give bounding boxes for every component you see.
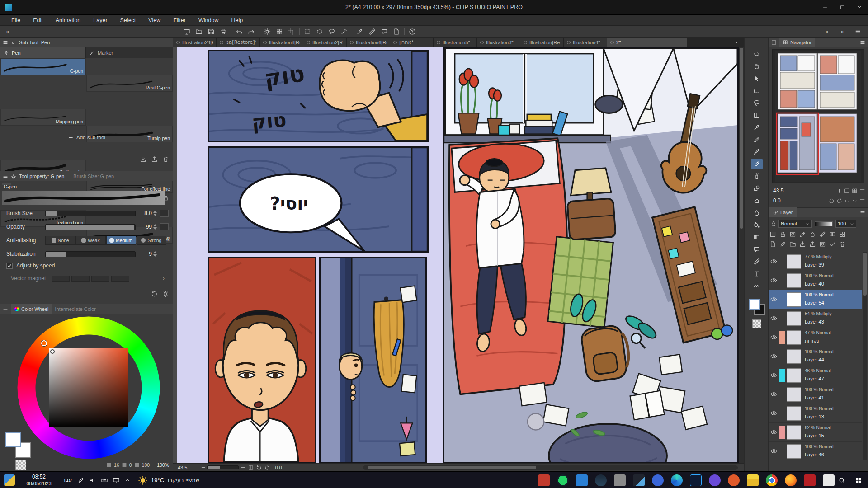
eraser-tool[interactable] xyxy=(751,195,763,206)
fill-tool[interactable] xyxy=(751,220,763,230)
doc-tab-8[interactable]: Illustration3* xyxy=(477,38,520,47)
opacity-value[interactable]: 99 xyxy=(136,224,152,230)
panel-menu-icon[interactable] xyxy=(860,210,865,216)
layer-tab[interactable]: Layer xyxy=(769,207,797,217)
brush-size-tab[interactable]: Brush Size: G-pen xyxy=(73,174,114,179)
menu-edit[interactable]: Edit xyxy=(27,17,49,23)
import-subtool-icon[interactable] xyxy=(140,156,146,163)
tray-volume-icon[interactable] xyxy=(89,477,96,484)
collapse-left-icon[interactable]: « xyxy=(2,27,14,37)
minimize-button[interactable] xyxy=(816,0,834,15)
stabilization-spinner[interactable] xyxy=(153,251,157,257)
nav-rotate-ccw-icon[interactable] xyxy=(829,198,835,204)
weather-widget[interactable]: 19°C שמשיי בעיקרו xyxy=(138,472,199,488)
text-tool[interactable] xyxy=(751,268,763,279)
aa-medium-button[interactable]: Medium xyxy=(106,236,136,245)
crop-icon[interactable] xyxy=(286,27,297,37)
reset-tool-icon[interactable] xyxy=(151,291,158,297)
marker-tool[interactable] xyxy=(751,146,763,157)
lock-transparent-icon[interactable] xyxy=(789,231,796,238)
brush-real-g-pen[interactable]: Real G-pen xyxy=(86,75,173,92)
clip-to-layer-icon[interactable] xyxy=(769,231,776,238)
blend-tool[interactable] xyxy=(751,207,763,218)
taskbar-app-krita[interactable] xyxy=(633,474,645,486)
dock-icon[interactable] xyxy=(771,40,777,45)
eyedropper-icon[interactable] xyxy=(354,27,366,37)
nav-reset-icon[interactable] xyxy=(844,198,850,204)
ellipse-select-icon[interactable] xyxy=(314,27,326,37)
export-subtool-icon[interactable] xyxy=(151,156,158,163)
clock[interactable]: 08:52 08/05/2023 xyxy=(20,474,58,487)
language-indicator[interactable]: עבר xyxy=(62,477,72,483)
enable-mask-icon[interactable] xyxy=(809,231,816,238)
lock-icon[interactable] xyxy=(160,193,172,203)
taskbar-app-acrobat[interactable] xyxy=(804,474,816,486)
fit-screen-icon[interactable] xyxy=(247,464,255,471)
new-layer-icon[interactable] xyxy=(769,241,776,248)
settings-icon[interactable] xyxy=(261,27,273,37)
adjust-by-speed-checkbox[interactable] xyxy=(6,263,13,269)
layer-row[interactable]: 100 % Normal Layer 40 xyxy=(769,271,862,290)
navigator-zoom-value[interactable]: 43.5 xyxy=(773,188,783,194)
taskbar-app-player[interactable] xyxy=(652,474,664,486)
layer-thumbnail[interactable] xyxy=(787,311,801,326)
vector-magnet-expand[interactable]: › xyxy=(163,275,165,282)
lock-layer-icon[interactable] xyxy=(779,231,786,238)
close-button[interactable] xyxy=(851,0,868,15)
move-tool[interactable] xyxy=(751,61,763,72)
airbrush-tool[interactable] xyxy=(751,171,763,182)
tray-pen-icon[interactable] xyxy=(78,477,85,483)
taskbar-app-explorer[interactable] xyxy=(747,474,759,486)
layer-row[interactable]: 100 % Normal Layer 41 xyxy=(769,385,862,404)
navigator-rotation-value[interactable]: 0.0 xyxy=(773,197,781,204)
new-folder-icon[interactable] xyxy=(789,241,796,248)
eyedropper-tool[interactable] xyxy=(751,122,763,133)
doc-tab-3[interactable]: Illustration8[Re xyxy=(260,38,303,47)
delete-layer-icon[interactable] xyxy=(839,241,846,248)
canvas-hscroll-thumb[interactable] xyxy=(368,466,536,469)
layer-thumbnail[interactable] xyxy=(787,425,801,440)
layer-list-scrollbar[interactable] xyxy=(863,252,867,460)
layer-thumbnail[interactable] xyxy=(787,330,801,345)
eye-icon[interactable] xyxy=(770,296,777,304)
intermediate-color-tab[interactable]: Intermediate Color xyxy=(55,306,96,312)
aa-weak-button[interactable]: Weak xyxy=(75,236,105,245)
menu-layer[interactable]: Layer xyxy=(87,17,113,23)
layer-row[interactable]: 47 % Normal נקודות xyxy=(769,328,862,347)
eye-icon[interactable] xyxy=(770,391,777,399)
maximize-button[interactable] xyxy=(834,0,851,15)
auto-select-icon[interactable] xyxy=(338,27,350,37)
layer-thumbnail[interactable] xyxy=(787,292,801,307)
layer-thumbnail[interactable] xyxy=(787,254,801,269)
menu-file[interactable]: File xyxy=(5,17,26,23)
menu-animation[interactable]: Animation xyxy=(50,17,87,23)
tab-list-chevron-icon[interactable] xyxy=(731,38,743,47)
apply-mask-icon[interactable] xyxy=(829,241,836,248)
nav-rotate-cw-icon[interactable] xyxy=(836,198,842,204)
doc-tab-5[interactable]: Illustration6[Re xyxy=(347,38,390,47)
tray-display-icon[interactable] xyxy=(113,477,120,484)
sub-tool-tab-marker[interactable]: Marker xyxy=(86,47,173,58)
two-pane-icon[interactable] xyxy=(839,231,846,238)
comic-page[interactable]: טוק טוק ?יוסי xyxy=(177,47,739,463)
zoom-out-icon[interactable] xyxy=(199,464,207,471)
save-icon[interactable] xyxy=(205,27,217,37)
operation-tool[interactable] xyxy=(751,73,763,84)
stabilization-slider[interactable] xyxy=(45,251,136,257)
eye-icon[interactable] xyxy=(770,353,777,361)
line-correction-tool[interactable] xyxy=(751,281,763,291)
transparent-swatch[interactable] xyxy=(752,319,761,328)
zoom-in-icon[interactable] xyxy=(239,464,247,471)
vector-magnet-slot[interactable] xyxy=(111,276,129,282)
layer-row[interactable]: 54 % Multiply Layer 43 xyxy=(769,309,862,328)
taskbar-app-whatsapp[interactable] xyxy=(557,474,569,486)
taskbar-app-photoshop[interactable] xyxy=(690,474,702,486)
layer-row[interactable]: 62 % Normal Layer 15 xyxy=(769,423,862,442)
taskbar-app-gimp[interactable] xyxy=(614,474,626,486)
brush-size-dynamics-button[interactable] xyxy=(160,210,169,217)
dock-menu-icon[interactable] xyxy=(852,27,863,37)
eye-icon[interactable] xyxy=(770,334,777,342)
brush-g-pen[interactable]: G-pen xyxy=(0,58,86,75)
tool-detail-icon[interactable] xyxy=(162,291,169,297)
nav-actual-size-icon[interactable] xyxy=(852,188,858,194)
